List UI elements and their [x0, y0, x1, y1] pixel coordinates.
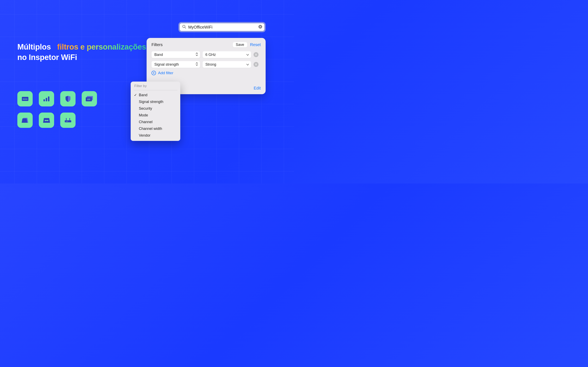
menu-item[interactable]: Channel width [131, 125, 180, 132]
svg-line-14 [185, 27, 186, 28]
filter-category-tiles: 6GHz AX [17, 91, 97, 128]
filter-row: Band 6 GHz [151, 51, 261, 58]
svg-rect-4 [48, 96, 49, 101]
search-input[interactable] [180, 23, 264, 31]
filters-title: Filters [151, 42, 230, 47]
check-icon: ✓ [134, 93, 137, 97]
band-6ghz-icon: 6GHz [17, 91, 33, 106]
filter-key-select[interactable]: Band [151, 51, 200, 58]
remove-filter-button[interactable] [254, 52, 259, 57]
menu-item-label: Vendor [139, 133, 150, 138]
svg-text:6GHz: 6GHz [23, 98, 27, 100]
menu-item[interactable]: Security [131, 105, 180, 112]
menu-item-label: Signal strength [139, 100, 163, 104]
updown-icon [196, 52, 198, 57]
svg-rect-3 [46, 98, 47, 101]
menu-item[interactable]: Channel [131, 119, 180, 125]
svg-point-11 [66, 121, 67, 122]
add-filter-label: Add filter [158, 71, 173, 75]
save-button[interactable]: Save [233, 42, 247, 48]
filter-value-select[interactable]: 6 GHz [203, 51, 251, 58]
channel-width-icon [39, 113, 54, 128]
reset-button[interactable]: Reset [250, 42, 261, 47]
menu-item-label: Mode [139, 113, 148, 117]
headline-gradient: filtros e personalizações [57, 43, 146, 51]
headline-part1: Múltiplos [17, 43, 51, 51]
edit-button[interactable]: Edit [254, 86, 261, 91]
add-filter-button[interactable]: + Add filter [151, 71, 261, 75]
menu-item-label: Channel width [139, 127, 162, 131]
chevron-down-icon [246, 53, 249, 57]
menu-item[interactable]: ✓Band [131, 92, 180, 99]
svg-rect-10 [69, 118, 70, 120]
filter-key-select[interactable]: Signal strength [151, 61, 200, 68]
signal-bars-icon [39, 91, 54, 106]
filter-by-menu: Filter by ✓BandSignal strengthSecurityMo… [131, 82, 180, 141]
search-text[interactable] [188, 25, 256, 30]
menu-item-label: Security [139, 106, 152, 111]
updown-icon [196, 62, 198, 67]
svg-point-12 [67, 121, 68, 122]
filter-key-label: Signal strength [154, 62, 196, 67]
menu-item[interactable]: Vendor [131, 132, 180, 139]
channel-icon [17, 113, 33, 128]
svg-rect-9 [66, 118, 67, 120]
filter-value-select[interactable]: Strong [203, 61, 251, 68]
filter-value-label: 6 GHz [205, 53, 246, 57]
search-container [178, 22, 266, 32]
remove-filter-button[interactable] [254, 62, 259, 67]
mode-ax-icon: AX [82, 91, 97, 106]
menu-header: Filter by [131, 83, 180, 89]
filter-value-label: Strong [205, 62, 246, 67]
chevron-down-icon [246, 62, 249, 67]
filter-key-label: Band [154, 53, 196, 57]
svg-text:AX: AX [87, 98, 90, 100]
filter-row: Signal strength Strong [151, 61, 261, 68]
plus-circle-icon: + [151, 71, 156, 75]
svg-rect-8 [65, 120, 71, 122]
shield-icon [60, 91, 76, 106]
search-icon [182, 25, 186, 30]
marketing-headline: Múltiplos filtros e personalizações no I… [17, 42, 146, 63]
menu-item-label: Channel [139, 120, 153, 124]
svg-rect-2 [43, 99, 45, 101]
menu-item[interactable]: Mode [131, 112, 180, 119]
router-icon [60, 113, 76, 128]
menu-item[interactable]: Signal strength [131, 99, 180, 105]
menu-separator [134, 90, 177, 90]
menu-item-label: Band [139, 93, 147, 97]
headline-part3: no Inspetor WiFi [17, 53, 77, 62]
clear-search-icon[interactable] [258, 25, 262, 30]
